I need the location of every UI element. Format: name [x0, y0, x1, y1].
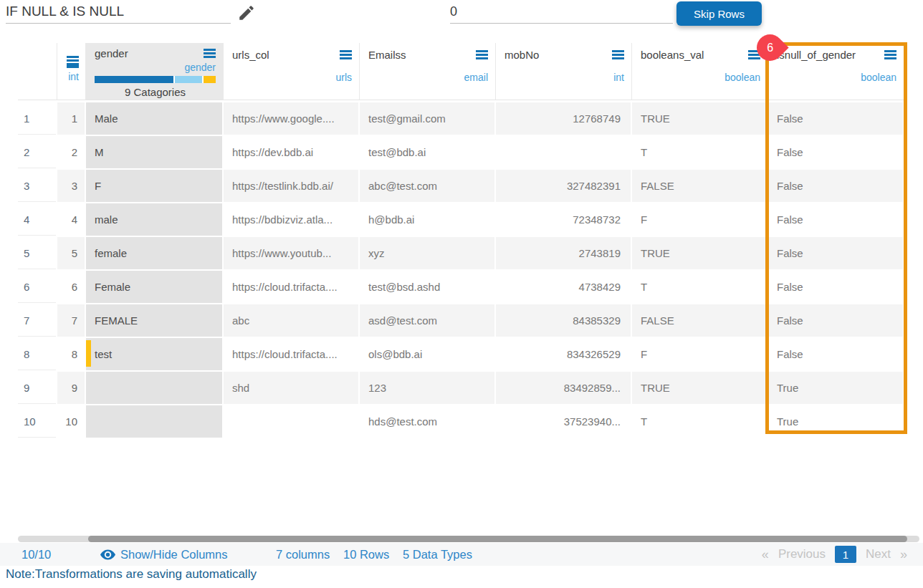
cell-gender-row8[interactable]: test: [86, 338, 224, 372]
cell-urls_col-row4[interactable]: https://bdbizviz.atla...: [224, 203, 360, 237]
horizontal-scrollbar-track[interactable]: [18, 536, 919, 542]
cell-mobNo-row9[interactable]: 83492859...: [496, 372, 632, 405]
cell-int_col-row8[interactable]: 8: [57, 338, 86, 372]
cell-int_col-row1[interactable]: 1: [57, 102, 86, 136]
next-page-button[interactable]: Next: [866, 547, 891, 562]
cell-isnull_of_gender-row1[interactable]: False: [768, 102, 904, 136]
cell-urls_col-row9[interactable]: shd: [224, 372, 360, 405]
cell-isnull_of_gender-row9[interactable]: True: [768, 372, 904, 405]
cell-isnull_of_gender-row10[interactable]: True: [768, 405, 904, 439]
last-page-arrow[interactable]: »: [900, 547, 907, 562]
header-urls-col[interactable]: urls_col urls: [224, 43, 360, 100]
edit-pencil-icon[interactable]: [237, 4, 256, 25]
cell-booleans_val-row1[interactable]: TRUE: [632, 102, 768, 136]
cell-isnull_of_gender-row8[interactable]: False: [768, 338, 904, 372]
cell-urls_col-row8[interactable]: https://cloud.trifacta....: [224, 338, 360, 372]
cell-booleans_val-row9[interactable]: TRUE: [632, 372, 768, 405]
cell-gender-row7[interactable]: FEMALE: [86, 304, 224, 338]
cell-rownum-row3[interactable]: 3: [18, 170, 57, 203]
cell-gender-row6[interactable]: Female: [86, 271, 224, 304]
column-menu-icon[interactable]: [884, 50, 896, 59]
horizontal-scrollbar-thumb[interactable]: [88, 536, 907, 542]
cell-int_col-row2[interactable]: 2: [57, 136, 86, 170]
cell-rownum-row4[interactable]: 4: [18, 203, 57, 237]
transformation-name-input[interactable]: IF NULL & IS NULL: [6, 0, 231, 24]
cell-emailss-row3[interactable]: abc@test.com: [360, 170, 496, 203]
cell-int_col-row9[interactable]: 9: [57, 372, 86, 405]
cell-isnull_of_gender-row3[interactable]: False: [768, 170, 904, 203]
cell-urls_col-row2[interactable]: https://dev.bdb.ai: [224, 136, 360, 170]
cell-rownum-row7[interactable]: 7: [18, 304, 57, 338]
cell-urls_col-row5[interactable]: https://www.youtub...: [224, 237, 360, 271]
cell-mobNo-row8[interactable]: 834326529: [496, 338, 632, 372]
cell-isnull_of_gender-row5[interactable]: False: [768, 237, 904, 271]
cell-rownum-row2[interactable]: 2: [18, 136, 57, 170]
cell-gender-row4[interactable]: male: [86, 203, 224, 237]
cell-emailss-row2[interactable]: test@bdb.ai: [360, 136, 496, 170]
cell-rownum-row6[interactable]: 6: [18, 271, 57, 304]
cell-emailss-row9[interactable]: 123: [360, 372, 496, 405]
cell-mobNo-row2[interactable]: [496, 136, 632, 170]
cell-gender-row5[interactable]: female: [86, 237, 224, 271]
cell-emailss-row5[interactable]: xyz: [360, 237, 496, 271]
cell-booleans_val-row10[interactable]: T: [632, 405, 768, 439]
cell-rownum-row9[interactable]: 9: [18, 372, 57, 405]
cell-mobNo-row4[interactable]: 72348732: [496, 203, 632, 237]
cell-rownum-row1[interactable]: 1: [18, 102, 57, 136]
skip-rows-input[interactable]: 0: [450, 0, 673, 24]
cell-emailss-row8[interactable]: ols@bdb.ai: [360, 338, 496, 372]
cell-isnull_of_gender-row6[interactable]: False: [768, 271, 904, 304]
cell-gender-row9[interactable]: [86, 372, 224, 405]
cell-gender-row3[interactable]: F: [86, 170, 224, 203]
cell-int_col-row4[interactable]: 4: [57, 203, 86, 237]
cell-isnull_of_gender-row7[interactable]: False: [768, 304, 904, 338]
column-menu-icon[interactable]: [612, 50, 624, 59]
cell-booleans_val-row8[interactable]: F: [632, 338, 768, 372]
current-page-button[interactable]: 1: [835, 546, 856, 563]
header-isnull-of-gender[interactable]: isnull_of_gender boolean: [768, 43, 904, 100]
cell-emailss-row6[interactable]: test@bsd.ashd: [360, 271, 496, 304]
cell-urls_col-row7[interactable]: abc: [224, 304, 360, 338]
cell-mobNo-row10[interactable]: 37523940...: [496, 405, 632, 439]
cell-booleans_val-row5[interactable]: TRUE: [632, 237, 768, 271]
cell-booleans_val-row7[interactable]: FALSE: [632, 304, 768, 338]
cell-booleans_val-row6[interactable]: T: [632, 271, 768, 304]
column-menu-icon[interactable]: [476, 50, 488, 59]
cell-int_col-row6[interactable]: 6: [57, 271, 86, 304]
cell-mobNo-row6[interactable]: 4738429: [496, 271, 632, 304]
cell-rownum-row10[interactable]: 10: [18, 405, 57, 439]
cell-urls_col-row6[interactable]: https://cloud.trifacta....: [224, 271, 360, 304]
cell-gender-row1[interactable]: Male: [86, 102, 224, 136]
cell-mobNo-row3[interactable]: 327482391: [496, 170, 632, 203]
header-gender[interactable]: gender gender 9 Catagories: [86, 43, 224, 100]
first-page-arrow[interactable]: «: [762, 547, 769, 562]
column-menu-icon[interactable]: [67, 56, 79, 68]
cell-gender-row10[interactable]: [86, 405, 224, 439]
cell-booleans_val-row4[interactable]: F: [632, 203, 768, 237]
cell-urls_col-row3[interactable]: https://testlink.bdb.ai/: [224, 170, 360, 203]
header-mobno[interactable]: mobNo int: [496, 43, 632, 100]
skip-rows-button[interactable]: Skip Rows: [676, 1, 762, 26]
cell-int_col-row3[interactable]: 3: [57, 170, 86, 203]
cell-isnull_of_gender-row4[interactable]: False: [768, 203, 904, 237]
cell-booleans_val-row2[interactable]: T: [632, 136, 768, 170]
cell-isnull_of_gender-row2[interactable]: False: [768, 136, 904, 170]
cell-urls_col-row10[interactable]: [224, 405, 360, 439]
cell-mobNo-row7[interactable]: 84385329: [496, 304, 632, 338]
column-menu-icon[interactable]: [204, 49, 216, 58]
cell-rownum-row8[interactable]: 8: [18, 338, 57, 372]
cell-urls_col-row1[interactable]: https://www.google....: [224, 102, 360, 136]
cell-mobNo-row5[interactable]: 2743819: [496, 237, 632, 271]
cell-emailss-row7[interactable]: asd@test.com: [360, 304, 496, 338]
header-int-col[interactable]: int: [57, 43, 86, 100]
header-emailss[interactable]: Emailss email: [360, 43, 496, 100]
cell-emailss-row1[interactable]: test@gmail.com: [360, 102, 496, 136]
cell-int_col-row7[interactable]: 7: [57, 304, 86, 338]
show-hide-columns-button[interactable]: Show/Hide Columns: [100, 543, 227, 566]
cell-gender-row2[interactable]: M: [86, 136, 224, 170]
cell-booleans_val-row3[interactable]: FALSE: [632, 170, 768, 203]
header-booleans-val[interactable]: booleans_val boolean: [632, 43, 768, 100]
previous-page-button[interactable]: Previous: [778, 547, 826, 562]
cell-int_col-row5[interactable]: 5: [57, 237, 86, 271]
column-menu-icon[interactable]: [340, 50, 352, 59]
